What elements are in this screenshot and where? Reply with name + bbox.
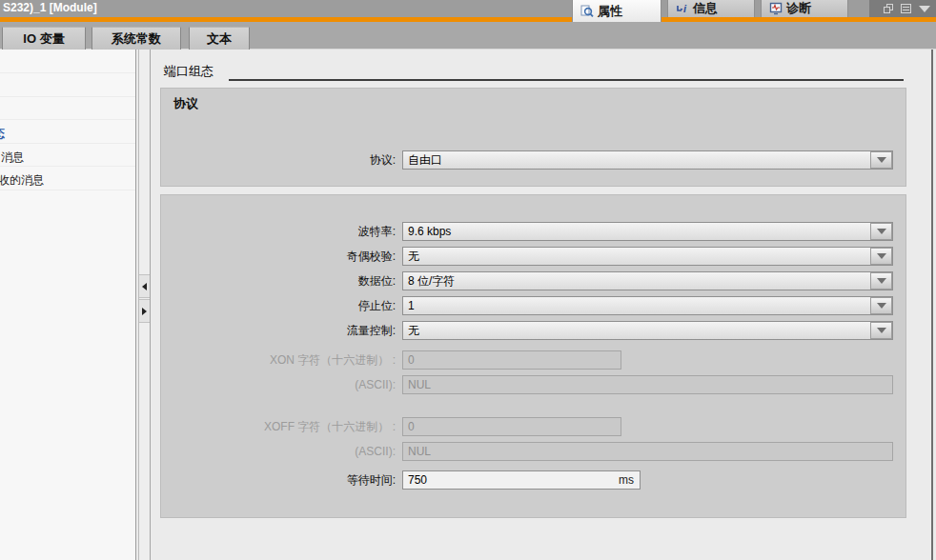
data-bits-dropdown[interactable]: 8 位/字符 <box>402 271 893 290</box>
chevron-down-icon <box>877 278 886 284</box>
tab-system-constants[interactable]: 系统常数 <box>92 27 181 50</box>
data-bits-label: 数据位: <box>160 271 396 290</box>
chevron-down-icon <box>877 229 886 234</box>
xoff-ascii-label: (ASCII): <box>160 442 396 461</box>
magnifier-icon <box>580 5 594 18</box>
flow-control-value: 无 <box>408 322 419 339</box>
pane-splitter[interactable] <box>138 50 151 560</box>
collapse-right-button[interactable] <box>139 299 150 323</box>
xon-hex-field[interactable]: 0 <box>402 350 621 370</box>
tree-row-separator <box>0 72 136 73</box>
xon-hex-label: XON 字符（十六进制） : <box>160 350 396 370</box>
protocol-group-title: 协议 <box>173 95 198 112</box>
window-title: S232)_1 [Module] <box>3 1 97 14</box>
collapse-pane-icon[interactable] <box>919 6 930 12</box>
protocol-panel <box>160 88 906 187</box>
tree-item-receive-message[interactable]: 收的消息 <box>0 172 136 189</box>
tab-info[interactable]: i 信息 <box>667 0 755 17</box>
xon-hex-value: 0 <box>408 351 415 369</box>
chevron-down-icon <box>877 303 886 309</box>
wait-time-field[interactable]: 750 ms <box>402 470 641 490</box>
parity-label: 奇偶校验: <box>160 247 396 266</box>
parity-dropdown[interactable]: 无 <box>402 247 893 266</box>
arrow-right-icon <box>142 308 147 315</box>
flow-control-label: 流量控制: <box>160 321 396 340</box>
content-area: 态 消息 收的消息 端口组态 协议 协议: <box>0 50 936 560</box>
tree-row-separator <box>0 143 136 144</box>
tree-item-transmit-message[interactable]: 消息 <box>0 150 136 166</box>
wait-time-unit: ms <box>619 471 634 489</box>
tab-texts[interactable]: 文本 <box>189 27 250 50</box>
float-window-icon[interactable] <box>884 4 893 13</box>
tab-io-tags[interactable]: IO 变量 <box>2 27 86 50</box>
xon-ascii-field[interactable]: NUL <box>402 375 893 394</box>
baud-rate-dropdown[interactable]: 9.6 kbps <box>402 222 893 241</box>
baud-rate-label: 波特率: <box>160 222 396 241</box>
chevron-down-icon <box>877 157 886 163</box>
tree-row-separator <box>0 119 136 120</box>
tree-row-separator <box>0 96 136 97</box>
dropdown-button[interactable] <box>870 297 892 314</box>
nav-tree: 态 消息 收的消息 <box>0 50 136 560</box>
tree-item-label: 态 <box>0 126 5 142</box>
tab-io-tags-label: IO 变量 <box>23 30 64 48</box>
window-edge-line <box>931 50 933 560</box>
dropdown-button[interactable] <box>870 223 892 240</box>
tab-properties[interactable]: 属性 <box>572 0 661 22</box>
collapse-left-button[interactable] <box>139 274 150 298</box>
svg-text:i: i <box>683 3 687 14</box>
xon-ascii-value: NUL <box>408 376 431 393</box>
flow-control-dropdown[interactable]: 无 <box>402 321 893 340</box>
tab-texts-label: 文本 <box>207 30 232 48</box>
dropdown-button[interactable] <box>870 322 892 339</box>
parity-value: 无 <box>408 248 419 265</box>
window-layout-icon[interactable] <box>901 4 911 13</box>
window-controls <box>869 0 936 17</box>
wait-time-value: 750 <box>408 471 427 489</box>
baud-rate-value: 9.6 kbps <box>408 223 451 240</box>
dropdown-button[interactable] <box>870 248 892 265</box>
xoff-ascii-field[interactable]: NUL <box>402 442 893 461</box>
tree-item-label: 收的消息 <box>0 172 44 189</box>
chevron-down-icon <box>877 328 886 333</box>
dropdown-button[interactable] <box>870 272 892 290</box>
info-icon: i <box>676 2 689 15</box>
tab-diagnostics-label: 诊断 <box>786 0 811 17</box>
xoff-hex-field[interactable]: 0 <box>402 417 621 436</box>
chevron-down-icon <box>877 253 886 259</box>
tree-item-label: 消息 <box>1 150 24 166</box>
tab-diagnostics[interactable]: 诊断 <box>761 0 848 17</box>
protocol-value: 自由口 <box>408 151 442 169</box>
stop-bits-label: 停止位: <box>160 296 396 315</box>
inspector-window: S232)_1 [Module] 属性 i 信息 诊断 <box>0 0 936 560</box>
tab-properties-label: 属性 <box>598 3 622 20</box>
xoff-ascii-value: NUL <box>408 443 431 460</box>
xoff-hex-value: 0 <box>408 418 415 435</box>
protocol-label: 协议: <box>160 150 396 170</box>
stop-bits-dropdown[interactable]: 1 <box>402 296 893 315</box>
data-bits-value: 8 位/字符 <box>408 272 455 290</box>
tree-row-separator <box>0 166 136 167</box>
scrollbar-gutter[interactable] <box>906 50 936 560</box>
tab-system-constants-label: 系统常数 <box>112 30 161 48</box>
tab-info-label: 信息 <box>693 0 718 17</box>
xoff-hex-label: XOFF 字符（十六进制） : <box>160 417 396 436</box>
tree-row-separator <box>0 190 136 190</box>
title-rule <box>229 79 904 81</box>
protocol-dropdown[interactable]: 自由口 <box>402 150 893 170</box>
tree-item-port-configuration[interactable]: 态 <box>0 126 136 142</box>
diagnostics-icon <box>769 2 783 15</box>
editor-tabrow: IO 变量 系统常数 文本 <box>0 22 936 50</box>
page-title: 端口组态 <box>164 63 214 80</box>
arrow-left-icon <box>142 283 147 290</box>
stop-bits-value: 1 <box>408 297 415 314</box>
wait-time-label: 等待时间: <box>160 470 396 490</box>
xon-ascii-label: (ASCII): <box>160 375 396 394</box>
dropdown-button[interactable] <box>870 151 892 169</box>
